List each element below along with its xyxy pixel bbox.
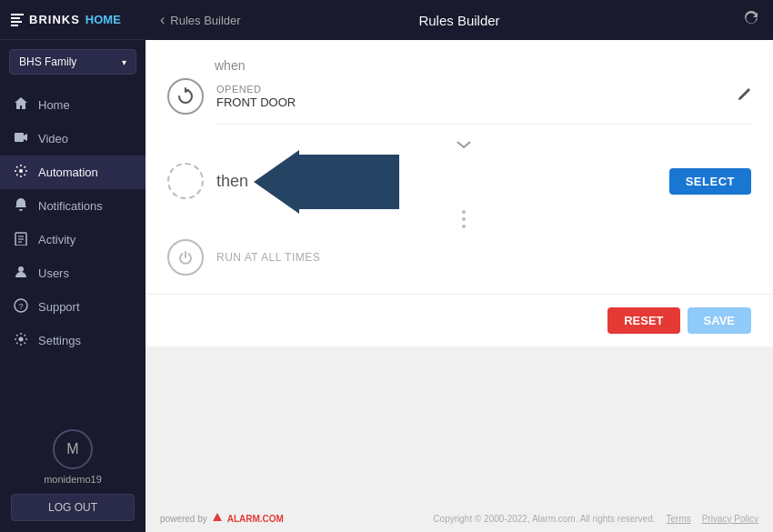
then-section: then SELECT xyxy=(167,163,751,199)
svg-point-10 xyxy=(19,337,24,342)
dots-connector xyxy=(167,206,751,232)
back-button[interactable]: ‹ Rules Builder xyxy=(160,12,241,28)
when-row: OPENED FRONT DOOR xyxy=(167,78,751,115)
when-section: when OPENED FRONT DOOR xyxy=(167,58,751,115)
home-icon xyxy=(13,96,29,114)
chevron-down-icon xyxy=(167,134,751,156)
svg-marker-11 xyxy=(254,150,399,214)
sidebar-item-label: Activity xyxy=(38,233,75,246)
back-label: Rules Builder xyxy=(170,14,240,27)
when-event: OPENED xyxy=(216,84,724,95)
sidebar-item-label: Support xyxy=(38,300,80,314)
sidebar-item-label: Settings xyxy=(38,334,81,347)
sidebar-item-home[interactable]: Home xyxy=(0,88,146,122)
users-icon xyxy=(13,265,29,282)
page-title: Rules Builder xyxy=(418,13,499,28)
sidebar-item-users[interactable]: Users xyxy=(0,256,146,290)
dot-1 xyxy=(462,210,466,214)
footer-right: Copyright © 2000-2022, Alarm.com. All ri… xyxy=(433,514,758,524)
content-area: when OPENED FRONT DOOR xyxy=(146,40,773,532)
avatar: M xyxy=(53,429,93,469)
then-wrapper: then SELECT xyxy=(167,163,751,199)
sidebar-footer: M monidemo19 LOG OUT xyxy=(0,418,146,532)
svg-marker-12 xyxy=(213,513,222,521)
svg-text:?: ? xyxy=(18,302,23,311)
when-label: when xyxy=(167,58,751,73)
settings-icon xyxy=(13,332,29,349)
copyright-text: Copyright © 2000-2022, Alarm.com. All ri… xyxy=(433,514,655,524)
sidebar-item-label: Automation xyxy=(38,166,98,179)
sidebar-item-label: Notifications xyxy=(38,199,103,213)
sidebar-item-automation[interactable]: Automation xyxy=(0,156,146,189)
video-icon xyxy=(13,130,29,147)
back-arrow-icon: ‹ xyxy=(160,12,165,28)
footer: powered by ALARM.COM Copyright © 2000-20… xyxy=(146,505,773,532)
logout-button[interactable]: LOG OUT xyxy=(11,494,135,521)
sidebar-item-label: Video xyxy=(38,132,68,146)
svg-rect-0 xyxy=(15,133,24,142)
dot-3 xyxy=(462,225,466,228)
alarm-text: ALARM.COM xyxy=(227,514,284,524)
logo-brand: BRINKS xyxy=(29,13,80,26)
topbar: ‹ Rules Builder Rules Builder xyxy=(146,0,773,40)
svg-point-2 xyxy=(19,169,23,173)
support-icon: ? xyxy=(13,298,29,316)
dot-2 xyxy=(462,217,466,221)
user-section: M monidemo19 xyxy=(11,429,135,485)
alarm-logo xyxy=(212,512,223,525)
save-button[interactable]: SAVE xyxy=(688,307,751,334)
family-name: BHS Family xyxy=(19,55,76,68)
reset-button[interactable]: RESET xyxy=(607,307,679,334)
rules-card: when OPENED FRONT DOOR xyxy=(146,40,773,294)
privacy-link[interactable]: Privacy Policy xyxy=(702,514,758,524)
logo-home: HOME xyxy=(85,13,121,26)
family-selector[interactable]: BHS Family ▾ xyxy=(9,49,136,75)
refresh-icon[interactable] xyxy=(744,11,758,29)
then-label: then xyxy=(216,172,248,191)
sidebar-item-label: Home xyxy=(38,98,70,112)
when-icon-circle xyxy=(167,78,204,115)
footer-left: powered by ALARM.COM xyxy=(160,512,284,525)
sidebar-item-activity[interactable]: Activity xyxy=(0,223,146,256)
sidebar-item-support[interactable]: ? Support xyxy=(0,290,146,324)
action-row: RESET SAVE xyxy=(146,294,773,346)
main-content: ‹ Rules Builder Rules Builder when xyxy=(146,0,773,532)
logo-bars-icon xyxy=(11,14,24,26)
when-details: OPENED FRONT DOOR xyxy=(216,84,724,109)
divider xyxy=(216,124,751,125)
svg-point-7 xyxy=(18,266,24,272)
run-label: RUN AT ALL TIMES xyxy=(216,251,320,264)
power-icon-circle xyxy=(167,239,204,276)
edit-icon[interactable] xyxy=(737,87,751,105)
notifications-icon xyxy=(13,197,29,215)
logo-section: BRINKS HOME xyxy=(0,0,146,40)
nav-items: Home Video Automation Notifications Acti… xyxy=(0,84,146,418)
sidebar-item-notifications[interactable]: Notifications xyxy=(0,189,146,223)
sidebar: BRINKS HOME BHS Family ▾ Home Video Auto… xyxy=(0,0,146,532)
family-arrow-icon: ▾ xyxy=(122,57,126,67)
sidebar-item-video[interactable]: Video xyxy=(0,122,146,156)
automation-icon xyxy=(13,164,29,181)
user-name: monidemo19 xyxy=(44,474,102,485)
run-section: RUN AT ALL TIMES xyxy=(167,239,751,276)
svg-marker-1 xyxy=(24,134,27,141)
when-target: FRONT DOOR xyxy=(216,95,724,109)
powered-by-text: powered by xyxy=(160,514,207,524)
sidebar-item-label: Users xyxy=(38,266,69,280)
then-icon-circle xyxy=(167,163,204,199)
terms-link[interactable]: Terms xyxy=(667,514,691,524)
sidebar-item-settings[interactable]: Settings xyxy=(0,324,146,357)
activity-icon xyxy=(13,231,29,248)
select-button[interactable]: SELECT xyxy=(669,168,751,195)
